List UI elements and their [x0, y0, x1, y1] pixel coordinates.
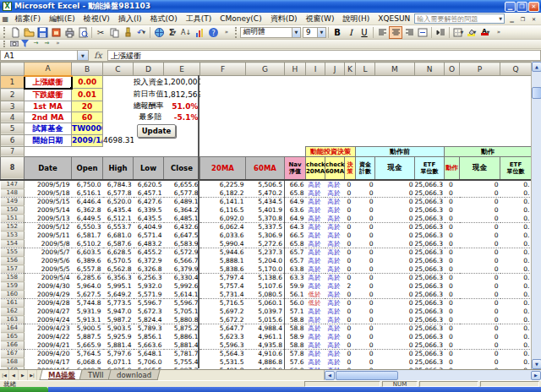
cell[interactable]: 6,372.9 — [134, 257, 164, 265]
cell[interactable]: 0 — [460, 206, 500, 215]
cell[interactable]: 0 — [375, 189, 415, 198]
cell[interactable]: 6,449.5 — [72, 215, 103, 223]
cell[interactable]: 59.9 — [285, 282, 306, 291]
cell[interactable]: 58.8 — [285, 324, 306, 333]
cell[interactable]: 5,039.7 — [246, 308, 285, 316]
cell[interactable]: 0. — [500, 350, 532, 358]
cell[interactable]: 0 — [375, 291, 415, 299]
row-header[interactable]: 4 — [1, 112, 25, 122]
cell[interactable]: 2009/5/19 — [25, 180, 72, 189]
cell[interactable]: 0. — [500, 316, 532, 324]
forward-arrow-icon[interactable]: → — [30, 40, 41, 48]
cell[interactable]: 0 — [345, 206, 356, 215]
cell[interactable]: 5,744.8 — [72, 299, 103, 308]
cell[interactable]: 25,066.3 — [415, 231, 445, 240]
cell[interactable]: 0. — [500, 189, 532, 198]
insert-hyperlink-icon[interactable] — [152, 26, 166, 39]
cell[interactable]: 高於 — [325, 257, 345, 265]
chart-wizard-icon[interactable] — [193, 26, 206, 39]
menu-help[interactable]: 說明(H) — [339, 13, 374, 25]
cell[interactable]: 0 — [356, 333, 375, 341]
cell[interactable]: 高於 — [306, 206, 325, 215]
cell[interactable]: 0 — [356, 231, 375, 240]
cell[interactable]: 0 — [345, 367, 356, 370]
cell[interactable]: 6,570.5 — [103, 257, 134, 265]
cell[interactable]: 6,025.9 — [103, 367, 134, 370]
cell[interactable]: 0 — [460, 257, 500, 265]
cell[interactable]: 高於 — [325, 274, 345, 282]
cell[interactable]: 0 — [445, 240, 460, 248]
header-action[interactable]: 動作 — [445, 156, 460, 180]
cell[interactable]: 4,886.8 — [246, 358, 285, 367]
cell[interactable]: 5,888.1 — [200, 257, 246, 265]
menu-insert[interactable]: 插入(I) — [114, 13, 146, 25]
cell[interactable]: 0 — [460, 316, 500, 324]
cell[interactable]: 5,903.5 — [103, 324, 134, 333]
format-painter-icon[interactable] — [121, 26, 134, 39]
cell[interactable]: 0 — [460, 240, 500, 248]
column-header-c[interactable]: C — [103, 63, 134, 76]
cell[interactable]: 0 — [445, 198, 460, 206]
banner-action[interactable]: 動作 — [445, 146, 532, 156]
cell[interactable]: 6,455.2 — [134, 248, 164, 257]
cell[interactable]: 6,427.6 — [134, 198, 164, 206]
cell[interactable]: 64.3 — [285, 223, 306, 231]
cell[interactable]: 0 — [345, 274, 356, 282]
cell[interactable]: 25,066.3 — [415, 257, 445, 265]
cell[interactable]: 25,066.3 — [415, 282, 445, 291]
cut-icon[interactable]: ✂ — [94, 26, 107, 39]
cell[interactable]: 65.8 — [285, 240, 306, 248]
cell[interactable]: 0 — [445, 248, 460, 257]
cell[interactable]: 65.7 — [285, 257, 306, 265]
cell[interactable]: 5,947.0 — [103, 308, 134, 316]
cell[interactable]: 0 — [460, 341, 500, 350]
help-question-input[interactable]: 輸入需要解答的問題 ▼ — [414, 14, 505, 24]
cell[interactable]: 0 — [345, 341, 356, 350]
cell[interactable]: 高於 — [306, 265, 325, 274]
cell[interactable]: 60.0 — [285, 367, 306, 370]
cell[interactable]: 0 — [356, 308, 375, 316]
insert-function-icon[interactable]: fx — [89, 51, 107, 60]
cell[interactable]: 0. — [500, 358, 532, 367]
cell[interactable]: 高於 — [325, 316, 345, 324]
cell[interactable]: 6,435.4 — [103, 206, 134, 215]
menu-format[interactable]: 格式(O) — [146, 13, 182, 25]
cell[interactable]: 0. — [500, 333, 532, 341]
cell[interactable]: 2009/4/16 — [25, 367, 72, 370]
cell[interactable]: 5,705.1 — [164, 308, 200, 316]
cell[interactable]: 56.0 — [285, 299, 306, 308]
cell[interactable]: 4,910.6 — [246, 350, 285, 358]
cell[interactable]: 6,404.9 — [134, 223, 164, 231]
cell[interactable]: 5,881.4 — [164, 341, 200, 350]
cell[interactable]: 高於 — [325, 265, 345, 274]
cell[interactable]: 0 — [375, 223, 415, 231]
cell[interactable]: 0. — [500, 198, 532, 206]
cell[interactable]: 5,913.1 — [72, 316, 103, 324]
cell[interactable]: 0 — [356, 223, 375, 231]
menu-view[interactable]: 檢視(V) — [79, 13, 114, 25]
cell[interactable]: 0. — [500, 299, 532, 308]
workbook-minimize-icon[interactable]: ▁ — [507, 14, 516, 23]
cell[interactable]: 2009/5/15 — [25, 198, 72, 206]
cell[interactable]: 0 — [375, 198, 415, 206]
cell[interactable]: 高於 — [325, 223, 345, 231]
cell[interactable]: 64.9 — [285, 198, 306, 206]
cell[interactable]: 0 — [356, 282, 375, 291]
cell[interactable]: 4,961.1 — [246, 333, 285, 341]
row-header[interactable]: 165 — [1, 333, 25, 341]
cell[interactable] — [200, 76, 532, 89]
cell[interactable]: 5,965.5 — [134, 367, 164, 370]
row-header[interactable]: 162 — [1, 308, 25, 316]
cell[interactable]: 5,272.6 — [246, 240, 285, 248]
cell[interactable]: 66.6 — [285, 180, 306, 189]
cell[interactable]: 0 — [460, 333, 500, 341]
cell[interactable]: 6,446.4 — [72, 198, 103, 206]
cell[interactable]: 5,506.5 — [246, 180, 285, 189]
cell[interactable]: 0 — [345, 257, 356, 265]
cell[interactable]: 5,887.5 — [72, 333, 103, 341]
cell[interactable]: 5,838.6 — [200, 265, 246, 274]
toolbar-grip[interactable] — [3, 41, 7, 47]
cell[interactable]: 5,697.2 — [200, 308, 246, 316]
cell[interactable]: 6,483.2 — [134, 240, 164, 248]
cell[interactable]: 0 — [356, 180, 375, 189]
